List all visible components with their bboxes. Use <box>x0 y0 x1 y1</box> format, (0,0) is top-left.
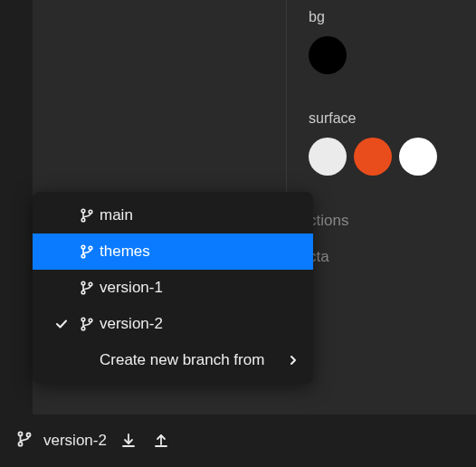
current-branch-label[interactable]: version-2 <box>43 432 107 450</box>
push-button[interactable] <box>150 430 172 452</box>
svg-point-13 <box>18 443 22 446</box>
svg-point-1 <box>81 218 85 222</box>
branch-icon <box>74 244 100 259</box>
check-icon <box>49 318 74 330</box>
swatch-row-surface <box>309 138 476 176</box>
svg-point-8 <box>89 282 92 286</box>
color-swatch-white[interactable] <box>399 138 437 176</box>
svg-point-5 <box>89 246 92 250</box>
property-label-hidden-1: ctions <box>309 212 476 230</box>
branch-icon <box>74 281 100 295</box>
left-sidebar <box>0 0 33 467</box>
svg-point-10 <box>81 327 85 330</box>
branch-icon <box>16 431 33 451</box>
branch-menu-item-version-2[interactable]: version-2 <box>33 306 313 342</box>
svg-point-12 <box>18 432 22 435</box>
branch-menu-item-themes[interactable]: themes <box>33 234 313 270</box>
branch-menu-label: themes <box>100 243 302 261</box>
svg-point-11 <box>89 319 92 322</box>
branch-menu-label: main <box>100 206 302 224</box>
svg-point-14 <box>26 433 30 436</box>
swatch-row-bg <box>309 36 476 74</box>
branch-menu-label: version-2 <box>100 315 302 333</box>
color-swatch-black[interactable] <box>309 36 347 74</box>
pull-button[interactable] <box>118 430 139 452</box>
property-label-hidden-2: cta <box>309 248 476 266</box>
properties-panel: bg surface ctions cta <box>286 0 476 317</box>
svg-point-6 <box>81 281 85 285</box>
create-branch-button[interactable]: Create new branch from <box>33 342 313 378</box>
svg-point-9 <box>81 318 85 321</box>
svg-point-0 <box>81 209 85 213</box>
color-swatch-grey[interactable] <box>309 138 347 176</box>
svg-point-3 <box>81 245 85 249</box>
branch-icon <box>74 208 100 223</box>
chevron-right-icon <box>284 355 302 366</box>
branch-icon <box>74 317 100 331</box>
svg-point-2 <box>89 210 92 214</box>
branch-menu: main themes version-1 <box>33 192 313 384</box>
svg-point-7 <box>81 291 85 294</box>
branch-menu-label: version-1 <box>100 279 302 297</box>
branch-menu-item-version-1[interactable]: version-1 <box>33 270 313 306</box>
color-swatch-orange[interactable] <box>354 138 392 176</box>
svg-point-4 <box>81 254 85 258</box>
status-bar: version-2 <box>0 415 476 467</box>
create-branch-label: Create new branch from <box>100 351 284 369</box>
branch-menu-item-main[interactable]: main <box>33 197 313 234</box>
property-label-surface: surface <box>309 110 476 127</box>
property-label-bg: bg <box>309 9 476 25</box>
